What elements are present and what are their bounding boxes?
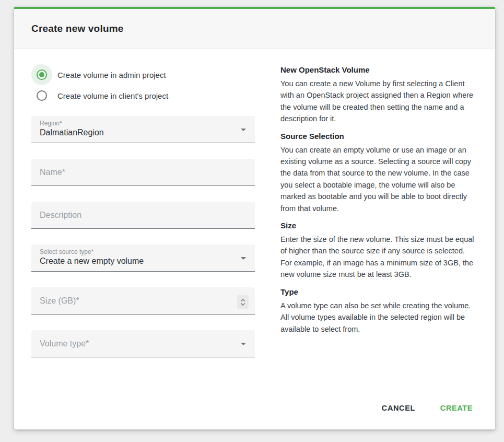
create-volume-dialog: Create new volume Create volume in admin… <box>14 7 495 429</box>
radio-unselected-icon <box>37 90 47 101</box>
create-button[interactable]: CREATE <box>435 399 478 417</box>
dialog-footer: CANCEL CREATE <box>14 392 495 429</box>
dialog-content: Create volume in admin project Create vo… <box>14 49 495 392</box>
radio-selected-icon <box>37 69 47 80</box>
radio-admin-project[interactable]: Create volume in admin project <box>31 64 255 85</box>
name-field-wrap <box>31 159 255 186</box>
page-title: Create new volume <box>31 23 124 34</box>
radio-client-project-label: Create volume in client's project <box>57 91 168 100</box>
chevron-up-icon <box>240 298 245 302</box>
quantity-stepper[interactable] <box>237 295 249 309</box>
radio-halo <box>31 64 52 85</box>
region-select-label: Region* <box>40 120 62 127</box>
chevron-down-icon <box>241 129 246 131</box>
description-field-wrap <box>31 202 255 229</box>
chevron-down-icon <box>241 343 246 345</box>
chevron-down-icon <box>240 303 245 306</box>
volume-type-select[interactable]: Volume type* <box>31 330 255 357</box>
name-field[interactable] <box>31 159 255 185</box>
volume-type-select-placeholder: Volume type* <box>40 339 89 348</box>
help-text-type: A volume type can also be set while crea… <box>280 300 478 335</box>
help-heading-type: Type <box>280 287 478 296</box>
help-panel: New OpenStack Volume You can create a ne… <box>280 64 478 392</box>
region-select[interactable]: Region* DalmatianRegion <box>31 116 255 143</box>
help-text-size: Enter the size of the new volume. This s… <box>280 234 478 281</box>
source-type-select-value: Create a new empty volume <box>40 257 144 266</box>
source-type-select-label: Select source type* <box>40 248 93 255</box>
chevron-down-icon <box>241 257 246 260</box>
size-field[interactable] <box>31 287 255 314</box>
help-text-source-selection: You can create an empty volume or use an… <box>280 144 478 214</box>
region-select-value: DalmatianRegion <box>40 128 104 137</box>
radio-admin-project-label: Create volume in admin project <box>57 71 166 79</box>
help-heading-size: Size <box>280 221 478 230</box>
source-type-select[interactable]: Select source type* Create a new empty v… <box>31 245 255 272</box>
radio-halo <box>31 85 52 106</box>
dialog-header: Create new volume <box>14 9 495 49</box>
cancel-button[interactable]: CANCEL <box>377 399 420 417</box>
size-field-wrap <box>31 287 255 315</box>
help-heading-source-selection: Source Selection <box>280 132 478 141</box>
radio-client-project[interactable]: Create volume in client's project <box>31 85 255 106</box>
volume-form: Create volume in admin project Create vo… <box>31 64 255 392</box>
help-text-new-volume: You can create a new Volume by first sel… <box>280 78 478 125</box>
description-field[interactable] <box>31 202 255 228</box>
help-heading-new-volume: New OpenStack Volume <box>280 65 478 74</box>
